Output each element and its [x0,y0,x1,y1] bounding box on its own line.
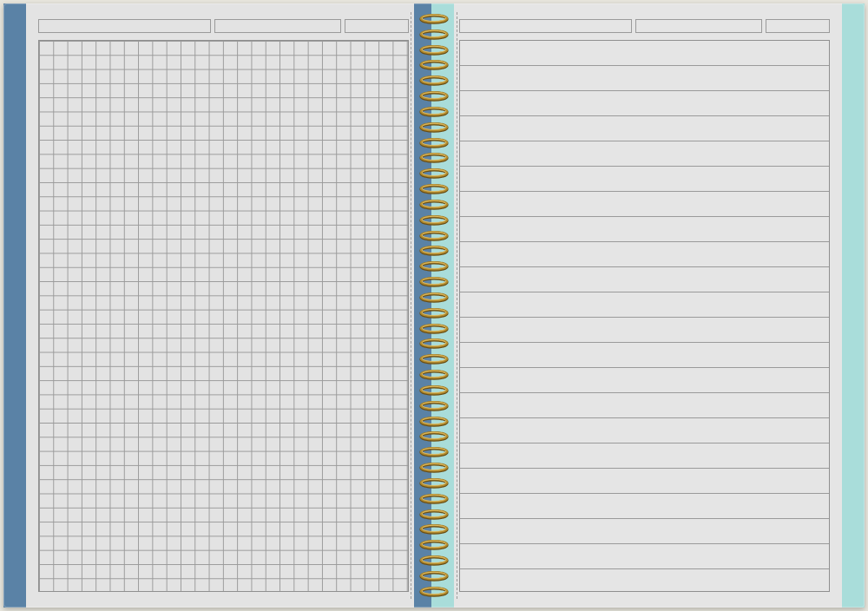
open-notebook [3,3,865,608]
spiral-ring [419,45,449,56]
spiral-ring [419,417,449,427]
left-cover-tab [3,3,26,608]
spiral-ring [419,524,449,535]
spiral-ring [419,571,449,581]
spiral-ring [419,509,449,520]
right-page-content [454,3,842,608]
spiral-binding [414,3,454,608]
spiral-ring [419,107,449,117]
spiral-ring [419,184,449,194]
spiral-rings [419,14,449,597]
right-page [454,3,865,608]
spiral-ring [419,587,449,597]
spiral-ring [419,555,449,566]
spiral-ring [419,76,449,86]
spiral-ring [419,122,449,133]
lined-paper[interactable] [459,40,830,592]
spiral-ring [419,338,449,349]
spiral-ring [419,91,449,102]
left-header-box-1[interactable] [38,19,211,33]
grid-paper[interactable] [38,40,409,592]
spiral-ring [419,200,449,210]
spiral-ring [419,494,449,504]
spiral-ring [419,354,449,365]
spiral-ring [419,540,449,550]
right-cover-tab [842,3,865,608]
spiral-ring [419,431,449,442]
spiral-ring [419,277,449,287]
left-page-content [26,3,414,608]
spiral-ring [419,478,449,489]
spiral-ring [419,385,449,396]
spiral-ring [419,447,449,457]
spiral-ring [419,215,449,226]
left-page [3,3,414,608]
left-header-box-3[interactable] [345,19,409,33]
spiral-ring [419,153,449,163]
spiral-ring [419,308,449,319]
spiral-ring [419,292,449,303]
spiral-ring [419,138,449,148]
spiral-ring [419,231,449,241]
right-perforation [457,12,457,599]
left-header-box-2[interactable] [214,19,341,33]
spiral-ring [419,30,449,40]
spiral-ring [419,246,449,256]
spiral-ring [419,401,449,411]
spiral-ring [419,370,449,380]
left-header-row [38,19,409,33]
spiral-ring [419,14,449,24]
left-perforation [411,12,411,599]
spiral-ring [419,168,449,179]
right-header-box-1[interactable] [459,19,632,33]
spiral-ring [419,261,449,272]
right-header-row [459,19,830,33]
right-header-box-3[interactable] [766,19,830,33]
spiral-ring [419,463,449,473]
right-header-box-2[interactable] [635,19,762,33]
spiral-ring [419,324,449,334]
spiral-ring [419,60,449,70]
